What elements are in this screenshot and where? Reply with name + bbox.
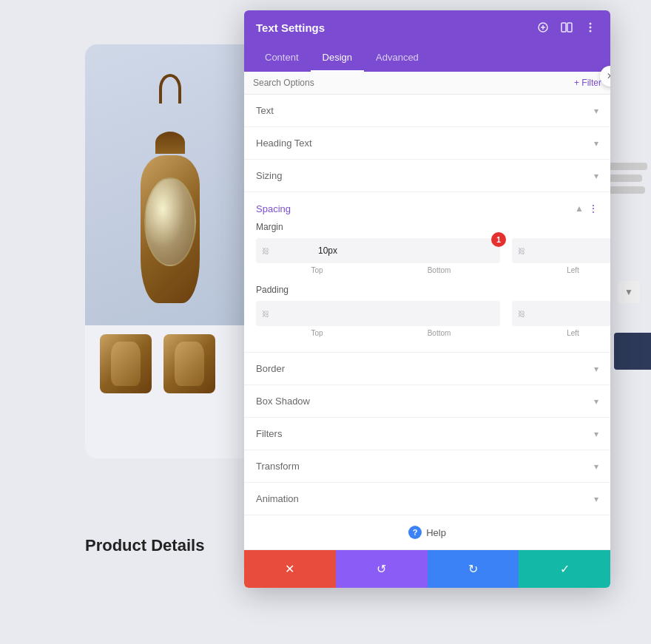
margin-left-right-input[interactable]: ⛓ — [512, 238, 610, 263]
svg-point-4 — [590, 27, 592, 29]
margin-label: Margin — [256, 222, 598, 232]
cancel-button[interactable]: ✕ — [244, 550, 336, 588]
columns-icon[interactable] — [559, 19, 575, 35]
product-thumbnails — [85, 325, 255, 402]
margin-bottom-label: Bottom — [378, 266, 500, 274]
chevron-box-shadow: ▾ — [594, 396, 598, 407]
svg-point-5 — [590, 30, 592, 33]
modal-tabs: Content Design Advanced — [244, 44, 610, 72]
more-options-icon[interactable] — [582, 19, 598, 35]
section-text[interactable]: Text ▾ — [244, 95, 610, 127]
help-row[interactable]: ? Help — [244, 515, 610, 549]
product-title: Product Details — [85, 536, 204, 555]
modal-header-icons — [535, 19, 598, 35]
margin-lr-labels: Left Right — [512, 266, 610, 274]
spacing-header: Spacing ▲ ⋮ — [256, 192, 598, 222]
section-text-label: Text — [256, 105, 274, 116]
spacing-dots-icon[interactable]: ⋮ — [588, 203, 598, 214]
expand-icon[interactable] — [535, 19, 551, 35]
padding-top-bottom: ⛓ Top Bottom — [256, 301, 500, 337]
section-box-shadow-label: Box Shadow — [256, 396, 310, 407]
padding-top-label: Top — [256, 329, 378, 337]
padding-left-input[interactable] — [528, 308, 610, 319]
section-animation[interactable]: Animation ▾ — [244, 483, 610, 515]
section-border[interactable]: Border ▾ — [244, 353, 610, 385]
badge-1: 1 — [491, 232, 506, 247]
section-transform-label: Transform — [256, 461, 300, 472]
margin-field-row: ⛓ 1 Top Bottom ⛓ — [256, 238, 598, 274]
padding-tb-labels: Top Bottom — [256, 329, 500, 337]
thumbnail-1[interactable] — [100, 334, 152, 393]
margin-left-input[interactable] — [528, 245, 610, 256]
section-sizing[interactable]: Sizing ▾ — [244, 160, 610, 192]
padding-top-bottom-input[interactable]: ⛓ — [256, 301, 500, 326]
bottom-action-bar: ✕ ↺ ↻ ✓ — [244, 549, 610, 588]
padding-left-label: Left — [512, 329, 610, 337]
padding-bottom-input[interactable] — [383, 308, 494, 319]
chevron-heading: ▾ — [594, 138, 598, 149]
gray-chevron-button[interactable]: ▼ — [618, 281, 640, 303]
padding-group: Padding ⛓ Top Bottom — [256, 285, 598, 337]
margin-bottom-input[interactable] — [383, 245, 494, 256]
margin-top-input[interactable] — [272, 245, 383, 256]
search-bar: + Filter — [244, 72, 610, 95]
svg-rect-1 — [561, 23, 566, 32]
chevron-filters: ▾ — [594, 429, 598, 439]
svg-rect-2 — [567, 23, 572, 32]
lantern-image — [118, 74, 222, 296]
modal-title: Text Settings — [256, 21, 325, 34]
margin-top-bottom: ⛓ 1 Top Bottom — [256, 238, 500, 274]
dark-nav-button[interactable] — [614, 333, 651, 370]
padding-left-right: ⛓ Left Right — [512, 301, 610, 337]
redo-button[interactable]: ↻ — [428, 550, 519, 588]
modal-header: Text Settings — [244, 10, 610, 44]
chevron-sizing: ▾ — [594, 171, 598, 181]
section-heading-label: Heading Text — [256, 138, 312, 149]
section-filters[interactable]: Filters ▾ — [244, 418, 610, 450]
help-icon: ? — [408, 526, 422, 539]
section-box-shadow[interactable]: Box Shadow ▾ — [244, 385, 610, 418]
svg-point-3 — [590, 23, 592, 25]
padding-field-row: ⛓ Top Bottom ⛓ — [256, 301, 598, 337]
confirm-button[interactable]: ✓ — [519, 550, 610, 588]
bg-text-lines — [607, 163, 651, 194]
chevron-text: ▾ — [594, 106, 598, 116]
product-card — [85, 44, 255, 458]
section-animation-label: Animation — [256, 493, 299, 504]
margin-tb-labels: Top Bottom — [256, 266, 500, 274]
section-spacing: Spacing ▲ ⋮ Margin ⛓ 1 — [244, 192, 610, 353]
product-main-image — [85, 44, 255, 325]
margin-group: Margin ⛓ 1 Top Bottom — [256, 222, 598, 274]
filter-label: + Filter — [574, 78, 601, 88]
margin-top-bottom-input[interactable]: ⛓ 1 — [256, 238, 500, 263]
margin-top-label: Top — [256, 266, 378, 274]
section-heading-text[interactable]: Heading Text ▾ — [244, 127, 610, 160]
spacing-header-right: ▲ ⋮ — [575, 203, 598, 214]
section-filters-label: Filters — [256, 428, 282, 439]
link-icon-padding-tb: ⛓ — [262, 310, 269, 318]
tab-advanced[interactable]: Advanced — [364, 44, 431, 72]
tab-design[interactable]: Design — [311, 44, 364, 72]
filter-button[interactable]: + Filter — [574, 78, 601, 88]
padding-left-right-input[interactable]: ⛓ — [512, 301, 610, 326]
panel-body: Text ▾ Heading Text ▾ Sizing ▾ Spacing ▲… — [244, 95, 610, 549]
section-transform[interactable]: Transform ▾ — [244, 450, 610, 483]
chevron-border: ▾ — [594, 364, 598, 374]
padding-top-input[interactable] — [272, 308, 383, 319]
padding-lr-labels: Left Right — [512, 329, 610, 337]
spacing-title: Spacing — [256, 203, 291, 214]
link-icon-padding-lr: ⛓ — [518, 310, 525, 318]
chevron-transform: ▾ — [594, 461, 598, 472]
margin-left-label: Left — [512, 266, 610, 274]
collapse-spacing-icon[interactable]: ▲ — [575, 203, 584, 214]
text-settings-modal: Text Settings — [244, 10, 610, 588]
padding-bottom-label: Bottom — [378, 329, 500, 337]
undo-button[interactable]: ↺ — [336, 550, 428, 588]
section-sizing-label: Sizing — [256, 170, 282, 181]
tab-content[interactable]: Content — [253, 44, 311, 72]
chevron-animation: ▾ — [594, 494, 598, 504]
search-input[interactable] — [253, 78, 574, 88]
margin-left-right: ⛓ Left Right — [512, 238, 610, 274]
thumbnail-2[interactable] — [163, 334, 215, 393]
help-label: Help — [426, 527, 446, 538]
